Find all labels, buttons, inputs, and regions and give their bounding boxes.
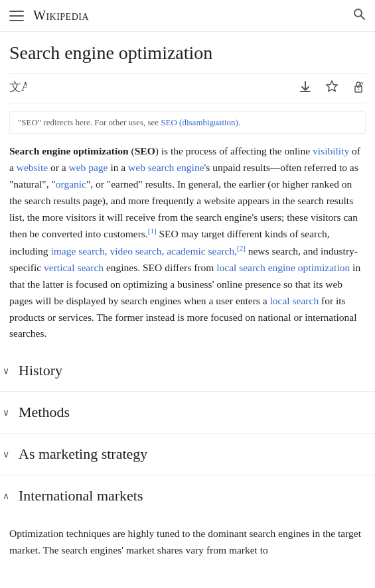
international-paragraph: Optimization techniques are highly tuned…	[9, 526, 366, 559]
intro-paragraph: Search engine optimization (SEO) is the …	[9, 143, 366, 342]
marketing-chevron: ∨	[0, 449, 12, 460]
international-chevron: ∧	[0, 491, 12, 502]
section-methods[interactable]: ∨ Methods	[0, 392, 375, 434]
image-video-academic-link[interactable]: image search, video search, academic sea…	[50, 245, 237, 257]
search-button[interactable]	[352, 7, 366, 24]
web-search-engine-link[interactable]: web search engine	[128, 162, 204, 173]
web-page-link[interactable]: web page	[69, 162, 108, 173]
svg-text:文A: 文A	[9, 80, 27, 93]
organic-link[interactable]: organic	[56, 178, 86, 190]
ref-1: [1]	[148, 227, 157, 235]
section-history[interactable]: ∨ History	[0, 350, 375, 392]
page-content: Search engine optimization 文A	[0, 32, 375, 342]
international-heading: International markets	[19, 487, 143, 504]
wikipedia-logo: Wikipedia	[33, 8, 89, 23]
vertical-search-link[interactable]: vertical search	[44, 262, 104, 273]
language-button[interactable]: 文A	[9, 79, 27, 97]
seo-acronym: SEO	[135, 145, 155, 156]
svg-line-1	[361, 16, 365, 20]
header-left: Wikipedia	[9, 8, 89, 23]
menu-button[interactable]	[9, 11, 24, 21]
article-body: Search engine optimization (SEO) is the …	[9, 143, 366, 342]
page-title: Search engine optimization	[9, 41, 366, 65]
history-heading: History	[19, 362, 62, 379]
methods-heading: Methods	[19, 404, 70, 421]
content-toolbar: 文A	[9, 73, 366, 103]
star-button[interactable]	[325, 80, 339, 97]
edit-protected-button[interactable]	[351, 80, 366, 97]
disambiguation-link[interactable]: SEO (disambiguation)	[161, 117, 238, 127]
website-link[interactable]: website	[17, 162, 48, 173]
seo-bold-title: Search engine optimization	[9, 145, 129, 156]
svg-point-4	[358, 88, 359, 89]
local-seo-link[interactable]: local search engine optimization	[216, 262, 350, 273]
section-marketing[interactable]: ∨ As marketing strategy	[0, 434, 375, 475]
local-search-link[interactable]: local search	[270, 295, 319, 306]
redirect-note: "SEO" redirects here. For other uses, se…	[9, 111, 366, 134]
visibility-link[interactable]: visibility	[313, 145, 349, 156]
marketing-heading: As marketing strategy	[19, 445, 147, 463]
app-header: Wikipedia	[0, 0, 375, 32]
download-button[interactable]	[298, 80, 313, 97]
methods-chevron: ∨	[0, 407, 12, 418]
ref-2: [2]	[237, 244, 246, 252]
sections-container: ∨ History ∨ Methods ∨ As marketing strat…	[0, 350, 375, 568]
international-content: Optimization techniques are highly tuned…	[0, 516, 375, 568]
section-international[interactable]: ∧ International markets	[0, 475, 375, 516]
history-chevron: ∨	[0, 365, 12, 377]
